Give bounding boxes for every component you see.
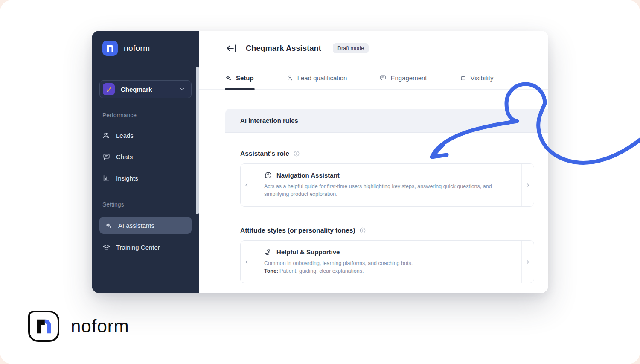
sidebar-brand-text: noform [124,44,150,53]
sidebar: noform Cheqmark Performance [92,31,199,293]
sidebar-item-label: AI assistants [118,222,154,229]
tab-label: Lead qualification [297,74,347,82]
page-title: Cheqmark Assistant [246,44,321,53]
tab-label: Setup [236,74,254,82]
attitude-card-title: Helpful & Supportive [276,248,340,256]
tone-label: Tone: [264,268,278,274]
question-bubble-icon [264,171,272,179]
arrow-left-to-line-icon [226,43,237,54]
info-icon[interactable] [293,150,300,157]
draft-mode-badge: Draft mode [333,43,369,53]
main-panel: Cheqmark Assistant Draft mode Setup [199,31,548,293]
attitude-card[interactable]: Helpful & Supportive Common in onboardin… [253,241,521,283]
heading-text: Attitude styles (or personality tones) [240,227,355,234]
attitude-card-common-text: Common in onboarding, learning platforms… [264,260,413,266]
ai-interaction-rules-header: AI interaction rules [225,109,548,133]
sidebar-item-label: Chats [116,153,133,160]
attitude-styles-heading: Attitude styles (or personality tones) [240,227,548,234]
tab-engagement[interactable]: Engagement [379,66,427,89]
person-icon [286,74,294,82]
noform-logo-icon [28,311,59,342]
helping-hand-icon [264,248,272,256]
footer-brand-text: noform [71,316,129,337]
sidebar-item-insights[interactable]: Insights [99,167,192,189]
sidebar-scrollbar[interactable] [196,67,199,214]
screenshot-canvas: noform Cheqmark Performance [0,0,640,364]
carousel-prev-button[interactable] [241,241,253,283]
chat-bubble-icon [102,153,111,161]
archive-box-icon [460,74,467,82]
tab-label: Engagement [390,74,427,82]
panel-title: AI interaction rules [240,117,298,124]
users-icon [102,131,111,140]
role-card-title: Navigation Assistant [276,172,340,179]
sparkles-icon [105,221,113,230]
tab-label: Visibility [471,74,494,82]
setup-content: AI interaction rules Assistant's role [199,90,548,293]
chevron-left-icon [244,259,250,265]
sidebar-item-ai-assistants[interactable]: AI assistants [99,217,192,234]
noform-logo-icon [102,41,118,56]
assistants-role-heading: Assistant's role [240,150,548,157]
sidebar-item-leads[interactable]: Leads [99,125,192,146]
footer-brand: noform [28,311,129,342]
chevron-right-icon [525,182,531,188]
sidebar-item-label: Insights [116,175,138,182]
chat-bubble-icon [379,74,387,82]
sparkles-icon [225,74,232,82]
app-window: noform Cheqmark Performance [92,31,548,293]
heading-text: Assistant's role [240,150,289,157]
nav-section-performance: Performance [102,112,192,119]
tone-text: Patient, guiding, clear explanations. [279,268,364,274]
sidebar-item-label: Leads [116,132,134,139]
sidebar-item-training-center[interactable]: Training Center [99,236,192,258]
page-header: Cheqmark Assistant Draft mode [199,31,548,66]
role-card[interactable]: Navigation Assistant Acts as a helpful g… [253,164,521,206]
chevron-down-icon [179,86,185,92]
nav-section-settings: Settings [102,201,192,208]
workspace-selector[interactable]: Cheqmark [99,80,192,98]
chevron-right-icon [525,259,531,265]
role-card-description: Acts as a helpful guide for first-time u… [264,183,509,198]
graduation-cap-icon [102,243,111,251]
tab-bar: Setup Lead qualification [199,66,548,90]
tab-setup[interactable]: Setup [225,66,254,89]
workspace-name: Cheqmark [121,86,173,93]
carousel-next-button[interactable] [521,164,534,206]
cheqmark-logo-icon [103,83,115,95]
back-button[interactable] [226,43,237,54]
tab-lead-qualification[interactable]: Lead qualification [286,66,347,89]
sidebar-item-chats[interactable]: Chats [99,146,192,167]
attitude-carousel: Helpful & Supportive Common in onboardin… [240,240,534,283]
role-carousel: Navigation Assistant Acts as a helpful g… [240,163,534,207]
chevron-left-icon [244,182,250,188]
tab-visibility[interactable]: Visibility [460,66,494,89]
sidebar-logo-row: noform [92,31,199,66]
bar-chart-icon [102,174,111,182]
sidebar-item-label: Training Center [116,244,160,251]
sidebar-nav: Performance Leads [92,112,199,258]
attitude-card-description: Common in onboarding, learning platforms… [264,260,509,275]
info-icon[interactable] [359,227,366,234]
carousel-next-button[interactable] [521,241,534,283]
carousel-prev-button[interactable] [241,164,253,206]
